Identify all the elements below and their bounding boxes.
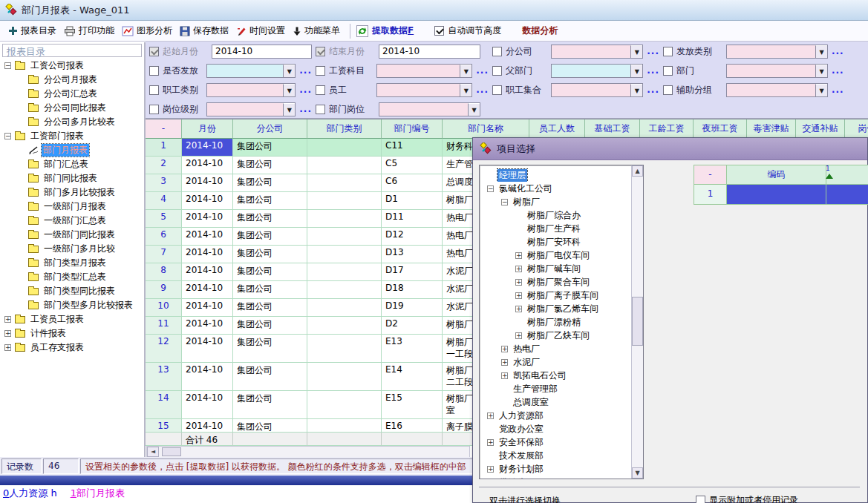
dept-type-cell[interactable]	[307, 263, 382, 281]
dialog-grid-row[interactable]: 1	[694, 185, 868, 205]
filter-combobox[interactable]: ▼	[726, 83, 828, 97]
tree-item-label[interactable]: 部门类型多月比较报表	[42, 299, 134, 312]
month-cell[interactable]: 2014-10	[182, 174, 233, 192]
tree-item-label[interactable]: 工资员工报表	[29, 313, 85, 326]
expand-icon[interactable]: +	[487, 466, 494, 473]
company-cell[interactable]: 集团公司	[233, 192, 307, 210]
expand-icon[interactable]: +	[501, 346, 508, 352]
extract-data-button[interactable]: 提取数据F	[356, 24, 414, 37]
row-number-cell[interactable]: 14	[146, 391, 182, 419]
dialog-tree-label[interactable]: 总调度室	[512, 396, 550, 409]
dept-code-cell[interactable]: C5	[382, 157, 443, 174]
dialog-tree-item[interactable]: 树脂厂漂粉精	[480, 315, 630, 329]
dept-type-cell[interactable]	[307, 228, 382, 246]
row-number-cell[interactable]: 7	[146, 246, 182, 263]
filter-input[interactable]: 2014-10	[212, 45, 312, 59]
chevron-down-icon[interactable]: ▼	[630, 45, 642, 58]
dialog-tree-label[interactable]: 财务计划部	[497, 463, 545, 476]
dept-code-cell[interactable]: E13	[382, 335, 443, 363]
dialog-tree-item[interactable]: +财务计划部	[480, 462, 630, 476]
dialog-tree-label[interactable]: 树脂厂乙炔车间	[526, 329, 591, 342]
expand-icon[interactable]: +	[515, 332, 522, 339]
company-cell[interactable]: 集团公司	[233, 174, 307, 192]
dialog-tree-item[interactable]: +树脂厂乙炔车间	[480, 329, 630, 342]
dialog-tree-label[interactable]: 树脂厂氯乙烯车间	[526, 303, 600, 315]
month-cell[interactable]: 2014-10	[182, 317, 233, 335]
dialog-tree-label[interactable]: 树脂厂聚合车间	[526, 276, 591, 289]
dept-code-cell[interactable]: C6	[382, 174, 443, 192]
window-switch-link[interactable]: 0人力资源 h	[3, 487, 57, 503]
dept-code-cell[interactable]: D1	[382, 192, 443, 210]
more-options-button[interactable]: ...	[299, 104, 312, 114]
dept-code-cell[interactable]: D2	[382, 317, 443, 335]
sidebar-item[interactable]: 部门多月比较报表	[0, 185, 144, 200]
dialog-tree-item[interactable]: 树脂厂生产科	[480, 222, 630, 235]
company-cell[interactable]: 集团公司	[233, 157, 307, 174]
filter-checkbox[interactable]	[316, 85, 325, 95]
expand-icon[interactable]: +	[4, 316, 11, 323]
chevron-down-icon[interactable]: ▼	[630, 65, 642, 77]
column-header[interactable]: 基础工资	[585, 119, 640, 139]
sidebar-item[interactable]: −工资公司报表	[0, 59, 144, 73]
sidebar-item[interactable]: 部门类型月报表	[0, 256, 144, 270]
sidebar-item[interactable]: 部门类型汇总表	[0, 270, 144, 284]
chevron-down-icon[interactable]: ▼	[460, 65, 471, 77]
dialog-tree-label[interactable]: 树脂厂综合办	[526, 209, 582, 222]
dialog-tree-item[interactable]: +树脂厂离子膜车间	[480, 289, 630, 302]
tree-item-label[interactable]: 分公司同比报表	[42, 102, 108, 114]
month-cell[interactable]: 2014-10	[182, 139, 233, 157]
expand-icon[interactable]: +	[515, 266, 522, 272]
tree-item-label[interactable]: 分公司汇总表	[42, 88, 99, 100]
sidebar-item[interactable]: −工资部门报表	[0, 129, 144, 143]
tree-item-label[interactable]: 计件报表	[29, 327, 68, 340]
sidebar-item[interactable]: 部门类型同比报表	[0, 284, 144, 298]
month-cell[interactable]: 2014-10	[182, 335, 233, 363]
filter-checkbox[interactable]	[492, 85, 502, 95]
expand-icon[interactable]: +	[515, 252, 522, 259]
dialog-grid-selected-cell[interactable]	[727, 185, 826, 205]
dialog-tree-item[interactable]: +凯拓电石公司	[480, 369, 630, 382]
dialog-tree-label[interactable]: 技术发展部	[497, 450, 545, 462]
dialog-tree-item[interactable]: 树脂厂综合办	[480, 208, 630, 222]
tree-item-label[interactable]: 一级部门汇总表	[42, 214, 108, 227]
column-header[interactable]: 员工人数	[529, 119, 585, 139]
chevron-down-icon[interactable]: ▼	[630, 84, 642, 96]
dept-type-cell[interactable]	[307, 335, 382, 363]
filter-combobox[interactable]: ▼	[551, 83, 643, 97]
dialog-tree-scrollbar[interactable]: ▲ ▼	[631, 165, 643, 479]
filter-combobox[interactable]: ▼	[726, 45, 828, 59]
more-options-button[interactable]: ...	[832, 65, 844, 76]
more-options-button[interactable]: ...	[832, 46, 844, 56]
dialog-title-bar[interactable]: 项目选择	[473, 138, 867, 160]
expand-icon[interactable]: +	[4, 330, 11, 337]
filter-checkbox[interactable]	[663, 85, 673, 95]
toolbar-button-3[interactable]: 图形分析	[118, 23, 176, 39]
company-cell[interactable]: 集团公司	[233, 419, 307, 433]
sidebar-item[interactable]: 一级部门汇总表	[0, 214, 144, 228]
month-cell[interactable]: 2014-10	[182, 419, 233, 433]
toolbar-button-4[interactable]: 保存数据	[176, 23, 232, 39]
dialog-tree-item[interactable]: +安全环保部	[480, 435, 630, 449]
expand-icon[interactable]: +	[487, 412, 494, 419]
dialog-tree-label[interactable]: 树脂厂碱车间	[526, 263, 582, 275]
tree-item-label[interactable]: 工资部门报表	[29, 130, 85, 142]
tree-item-label[interactable]: 分公司月报表	[42, 73, 99, 86]
dept-type-cell[interactable]	[307, 419, 382, 433]
month-cell[interactable]: 2014-10	[182, 157, 233, 174]
chevron-down-icon[interactable]: ▼	[815, 84, 827, 96]
scrollbar-thumb[interactable]	[632, 297, 643, 346]
sidebar-item[interactable]: 部门同比报表	[0, 171, 144, 185]
dialog-tree-item[interactable]: +树脂厂聚合车间	[480, 275, 630, 289]
filter-input[interactable]: 2014-10	[379, 45, 480, 59]
dept-type-cell[interactable]	[307, 139, 382, 157]
dialog-tree-item[interactable]: −氯碱化工公司	[480, 182, 630, 195]
dialog-tree-label[interactable]: 氯碱化工公司	[497, 183, 554, 195]
filter-checkbox[interactable]	[492, 66, 502, 76]
dept-type-cell[interactable]	[307, 317, 382, 335]
row-number-cell[interactable]: 15	[146, 419, 182, 433]
sidebar-item[interactable]: +员工存支报表	[0, 341, 144, 355]
filter-checkbox[interactable]	[663, 66, 673, 76]
scroll-left-icon[interactable]: ◄	[147, 447, 159, 457]
tree-item-label[interactable]: 部门同比报表	[42, 172, 99, 185]
dialog-tree-item[interactable]: 总调度室	[480, 395, 630, 409]
